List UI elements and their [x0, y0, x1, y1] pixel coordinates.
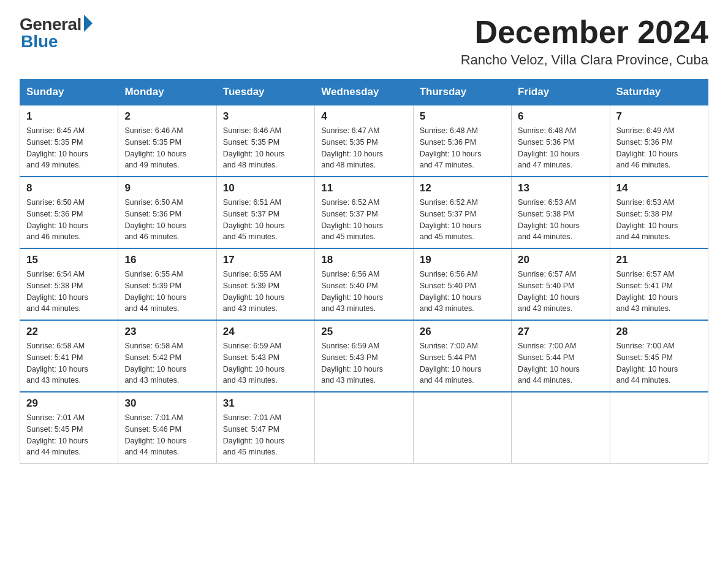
- table-row: 7 Sunrise: 6:49 AMSunset: 5:36 PMDayligh…: [610, 105, 708, 177]
- page-header: General Blue December 2024 Rancho Veloz,…: [20, 15, 708, 68]
- day-number: 16: [124, 254, 210, 266]
- day-number: 15: [26, 254, 112, 266]
- day-number: 9: [124, 182, 210, 194]
- table-row: 28 Sunrise: 7:00 AMSunset: 5:45 PMDaylig…: [610, 320, 708, 392]
- calendar-week-row: 22 Sunrise: 6:58 AMSunset: 5:41 PMDaylig…: [20, 320, 708, 392]
- table-row: 1 Sunrise: 6:45 AMSunset: 5:35 PMDayligh…: [20, 105, 118, 177]
- day-info: Sunrise: 6:51 AMSunset: 5:37 PMDaylight:…: [223, 197, 308, 243]
- day-info: Sunrise: 6:58 AMSunset: 5:41 PMDaylight:…: [26, 340, 112, 386]
- day-info: Sunrise: 6:58 AMSunset: 5:42 PMDaylight:…: [124, 340, 210, 386]
- day-info: Sunrise: 6:52 AMSunset: 5:37 PMDaylight:…: [321, 197, 406, 243]
- day-number: 31: [223, 397, 308, 410]
- day-info: Sunrise: 6:57 AMSunset: 5:40 PMDaylight:…: [518, 269, 603, 315]
- title-area: December 2024 Rancho Veloz, Villa Clara …: [461, 15, 708, 68]
- table-row: 29 Sunrise: 7:01 AMSunset: 5:45 PMDaylig…: [20, 392, 118, 464]
- table-row: 16 Sunrise: 6:55 AMSunset: 5:39 PMDaylig…: [118, 248, 216, 320]
- table-row: 13 Sunrise: 6:53 AMSunset: 5:38 PMDaylig…: [512, 177, 610, 248]
- day-info: Sunrise: 6:54 AMSunset: 5:38 PMDaylight:…: [26, 269, 112, 315]
- day-info: Sunrise: 7:00 AMSunset: 5:44 PMDaylight:…: [518, 340, 603, 386]
- day-number: 5: [420, 110, 505, 123]
- day-number: 27: [518, 326, 603, 338]
- day-number: 7: [616, 110, 702, 123]
- day-number: 26: [420, 326, 505, 338]
- header-friday: Friday: [512, 80, 610, 105]
- day-info: Sunrise: 6:56 AMSunset: 5:40 PMDaylight:…: [321, 269, 406, 315]
- day-info: Sunrise: 6:50 AMSunset: 5:36 PMDaylight:…: [124, 197, 210, 243]
- table-row: 18 Sunrise: 6:56 AMSunset: 5:40 PMDaylig…: [315, 248, 413, 320]
- day-number: 25: [321, 326, 406, 338]
- location-subtitle: Rancho Veloz, Villa Clara Province, Cuba: [461, 52, 708, 68]
- day-number: 18: [321, 254, 406, 266]
- day-number: 14: [616, 182, 702, 194]
- table-row: 14 Sunrise: 6:53 AMSunset: 5:38 PMDaylig…: [610, 177, 708, 248]
- day-number: 6: [518, 110, 603, 123]
- table-row: 21 Sunrise: 6:57 AMSunset: 5:41 PMDaylig…: [610, 248, 708, 320]
- day-number: 4: [321, 110, 406, 123]
- day-number: 12: [420, 182, 505, 194]
- table-row: [413, 392, 511, 464]
- day-number: 10: [223, 182, 308, 194]
- day-info: Sunrise: 6:52 AMSunset: 5:37 PMDaylight:…: [420, 197, 505, 243]
- calendar-header-row: Sunday Monday Tuesday Wednesday Thursday…: [20, 80, 708, 105]
- table-row: 26 Sunrise: 7:00 AMSunset: 5:44 PMDaylig…: [413, 320, 511, 392]
- table-row: 27 Sunrise: 7:00 AMSunset: 5:44 PMDaylig…: [512, 320, 610, 392]
- table-row: 31 Sunrise: 7:01 AMSunset: 5:47 PMDaylig…: [216, 392, 314, 464]
- day-info: Sunrise: 6:49 AMSunset: 5:36 PMDaylight:…: [616, 125, 702, 171]
- header-thursday: Thursday: [413, 80, 511, 105]
- table-row: [610, 392, 708, 464]
- logo-blue-text: Blue: [21, 32, 58, 52]
- day-info: Sunrise: 6:59 AMSunset: 5:43 PMDaylight:…: [321, 340, 406, 386]
- day-number: 3: [223, 110, 308, 123]
- month-year-title: December 2024: [461, 15, 708, 50]
- table-row: 4 Sunrise: 6:47 AMSunset: 5:35 PMDayligh…: [315, 105, 413, 177]
- table-row: 8 Sunrise: 6:50 AMSunset: 5:36 PMDayligh…: [20, 177, 118, 248]
- day-info: Sunrise: 6:46 AMSunset: 5:35 PMDaylight:…: [223, 125, 308, 171]
- day-number: 20: [518, 254, 603, 266]
- day-number: 29: [26, 397, 112, 410]
- table-row: 25 Sunrise: 6:59 AMSunset: 5:43 PMDaylig…: [315, 320, 413, 392]
- logo: General Blue: [20, 15, 93, 52]
- logo-triangle-icon: [84, 15, 93, 32]
- table-row: [512, 392, 610, 464]
- table-row: 30 Sunrise: 7:01 AMSunset: 5:46 PMDaylig…: [118, 392, 216, 464]
- table-row: 10 Sunrise: 6:51 AMSunset: 5:37 PMDaylig…: [216, 177, 314, 248]
- calendar-week-row: 1 Sunrise: 6:45 AMSunset: 5:35 PMDayligh…: [20, 105, 708, 177]
- day-number: 30: [124, 397, 210, 410]
- day-number: 2: [124, 110, 210, 123]
- table-row: 22 Sunrise: 6:58 AMSunset: 5:41 PMDaylig…: [20, 320, 118, 392]
- table-row: 11 Sunrise: 6:52 AMSunset: 5:37 PMDaylig…: [315, 177, 413, 248]
- header-tuesday: Tuesday: [216, 80, 314, 105]
- header-wednesday: Wednesday: [315, 80, 413, 105]
- day-number: 19: [420, 254, 505, 266]
- day-info: Sunrise: 6:48 AMSunset: 5:36 PMDaylight:…: [420, 125, 505, 171]
- table-row: 20 Sunrise: 6:57 AMSunset: 5:40 PMDaylig…: [512, 248, 610, 320]
- table-row: [315, 392, 413, 464]
- table-row: 12 Sunrise: 6:52 AMSunset: 5:37 PMDaylig…: [413, 177, 511, 248]
- day-info: Sunrise: 7:00 AMSunset: 5:45 PMDaylight:…: [616, 340, 702, 386]
- day-number: 28: [616, 326, 702, 338]
- calendar-week-row: 29 Sunrise: 7:01 AMSunset: 5:45 PMDaylig…: [20, 392, 708, 464]
- header-sunday: Sunday: [20, 80, 118, 105]
- day-info: Sunrise: 6:46 AMSunset: 5:35 PMDaylight:…: [124, 125, 210, 171]
- header-saturday: Saturday: [610, 80, 708, 105]
- day-number: 8: [26, 182, 112, 194]
- table-row: 19 Sunrise: 6:56 AMSunset: 5:40 PMDaylig…: [413, 248, 511, 320]
- day-info: Sunrise: 6:55 AMSunset: 5:39 PMDaylight:…: [124, 269, 210, 315]
- day-info: Sunrise: 7:00 AMSunset: 5:44 PMDaylight:…: [420, 340, 505, 386]
- day-info: Sunrise: 6:57 AMSunset: 5:41 PMDaylight:…: [616, 269, 702, 315]
- day-number: 22: [26, 326, 112, 338]
- day-info: Sunrise: 6:48 AMSunset: 5:36 PMDaylight:…: [518, 125, 603, 171]
- calendar-table: Sunday Monday Tuesday Wednesday Thursday…: [20, 79, 708, 464]
- day-number: 21: [616, 254, 702, 266]
- day-number: 17: [223, 254, 308, 266]
- calendar-week-row: 15 Sunrise: 6:54 AMSunset: 5:38 PMDaylig…: [20, 248, 708, 320]
- table-row: 24 Sunrise: 6:59 AMSunset: 5:43 PMDaylig…: [216, 320, 314, 392]
- day-info: Sunrise: 6:55 AMSunset: 5:39 PMDaylight:…: [223, 269, 308, 315]
- day-info: Sunrise: 6:47 AMSunset: 5:35 PMDaylight:…: [321, 125, 406, 171]
- header-monday: Monday: [118, 80, 216, 105]
- day-info: Sunrise: 6:53 AMSunset: 5:38 PMDaylight:…: [616, 197, 702, 243]
- day-info: Sunrise: 7:01 AMSunset: 5:47 PMDaylight:…: [223, 412, 308, 458]
- day-info: Sunrise: 7:01 AMSunset: 5:45 PMDaylight:…: [26, 412, 112, 458]
- day-info: Sunrise: 6:59 AMSunset: 5:43 PMDaylight:…: [223, 340, 308, 386]
- table-row: 9 Sunrise: 6:50 AMSunset: 5:36 PMDayligh…: [118, 177, 216, 248]
